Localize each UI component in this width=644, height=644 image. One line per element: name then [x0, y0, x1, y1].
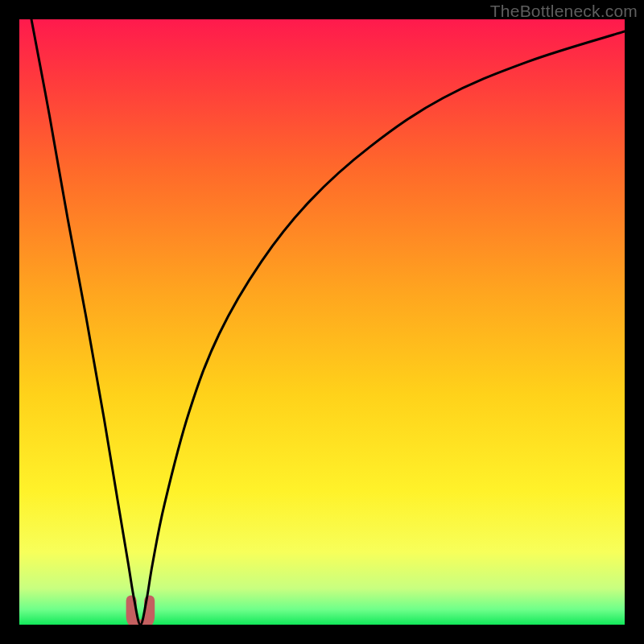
- chart-frame: [19, 19, 625, 625]
- bottleneck-plot: [19, 19, 625, 625]
- watermark-text: TheBottleneck.com: [490, 2, 638, 21]
- gradient-background: [19, 19, 625, 625]
